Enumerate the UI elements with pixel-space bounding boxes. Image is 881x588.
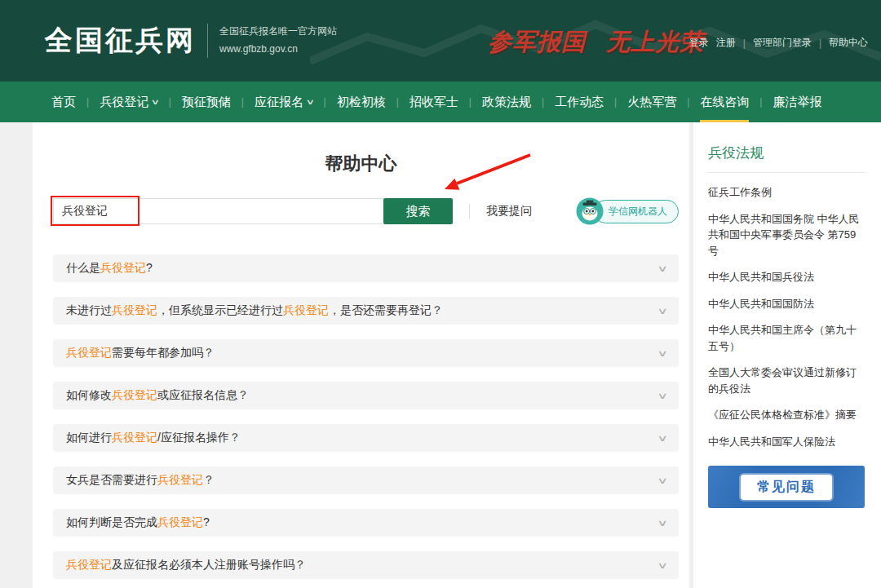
admin-login-link[interactable]: 管理部门登录 (753, 36, 812, 50)
header-divider (207, 24, 208, 58)
law-link[interactable]: 中华人民共和国国防法 (708, 296, 865, 312)
chevron-down-icon: ∨ (151, 98, 160, 106)
chevron-down-icon: ∨ (657, 306, 668, 316)
nav-item[interactable]: 在线咨询 (689, 82, 759, 122)
nav-item[interactable]: 工作动态 (544, 82, 614, 122)
faq-item[interactable]: 如何修改兵役登记或应征报名信息？∨ (53, 382, 679, 409)
nav-item-label: 政策法规 (482, 95, 531, 110)
ask-question-link[interactable]: 我要提问 (486, 204, 532, 219)
faq-question: 女兵是否需要进行兵役登记？ (66, 473, 215, 488)
header-links: 登录 注册 | 管理部门登录 | 帮助中心 (689, 36, 868, 50)
faq-item[interactable]: 如何进行兵役登记/应征报名操作？∨ (53, 424, 679, 452)
law-link[interactable]: 《应征公民体格检查标准》摘要 (708, 407, 865, 423)
law-link[interactable]: 征兵工作条例 (708, 184, 865, 201)
help-search-bar: 搜索 我要提问 学信网机器人 (53, 197, 679, 225)
chevron-down-icon: ∨ (657, 433, 668, 444)
faq-item[interactable]: 如何判断是否完成兵役登记?∨ (53, 509, 679, 537)
search-divider (469, 204, 470, 219)
link-divider: | (743, 38, 746, 49)
help-search-input[interactable] (53, 198, 383, 224)
nav-item-label: 在线咨询 (700, 95, 749, 110)
nav-item[interactable]: 预征预储 (171, 82, 241, 122)
law-link[interactable]: 中华人民共和国主席令（第九十五号） (708, 322, 865, 354)
site-logo[interactable]: 全国征兵网 (45, 22, 196, 60)
faq-item[interactable]: 兵役登记需要每年都参加吗？∨ (53, 339, 679, 367)
law-link[interactable]: 全国人大常委会审议通过新修订的兵役法 (708, 365, 865, 396)
faq-banner-label: 常见问题 (741, 475, 832, 500)
faq-question: 兵役登记及应征报名必须本人注册账号操作吗？ (66, 558, 306, 573)
nav-item-label: 火热军营 (627, 95, 676, 110)
nav-item[interactable]: 应征报名∨ (244, 82, 324, 122)
nav-item-label: 兵役登记 (100, 95, 148, 110)
content-area: 帮助中心 搜索 我要提问 (0, 122, 881, 588)
chevron-down-icon: ∨ (657, 518, 668, 528)
help-center-link[interactable]: 帮助中心 (829, 36, 868, 50)
faq-item[interactable]: 女兵是否需要进行兵役登记？∨ (53, 466, 679, 494)
faq-list: 什么是兵役登记?∨未进行过兵役登记，但系统显示已经进行过兵役登记，是否还需要再登… (53, 254, 679, 579)
faq-question: 如何进行兵役登记/应征报名操作？ (66, 431, 241, 445)
login-link[interactable]: 登录 (689, 36, 709, 50)
help-center-panel: 帮助中心 搜索 我要提问 (33, 122, 689, 588)
search-input-wrap (53, 198, 383, 224)
nav-item-label: 初检初核 (337, 95, 386, 110)
faq-item[interactable]: 未进行过兵役登记，但系统显示已经进行过兵役登记，是否还需要再登记？∨ (53, 297, 679, 325)
sidebar: 兵役法规 征兵工作条例中华人民共和国国务院 中华人民共和国中央军事委员会令 第7… (693, 122, 881, 588)
link-divider: | (819, 38, 821, 49)
faq-item[interactable]: 兵役登记及应征报名必须本人注册账号操作吗？∨ (53, 551, 679, 579)
site-url: www.gfbzb.gov.cn (219, 41, 337, 59)
faq-question: 如何修改兵役登记或应征报名信息？ (66, 388, 249, 403)
register-link[interactable]: 注册 (716, 36, 736, 50)
site-tagline: 全国征兵报名唯一官方网站 www.gfbzb.gov.cn (219, 23, 337, 58)
chevron-down-icon: ∨ (657, 348, 668, 359)
nav-item-label: 招收军士 (410, 95, 458, 110)
search-button[interactable]: 搜索 (383, 198, 453, 224)
chat-robot-launcher[interactable]: 学信网机器人 (576, 197, 679, 225)
nav-item[interactable]: 招收军士 (399, 82, 469, 122)
slogan-banner: 参军报国 无上光荣 (488, 26, 704, 59)
nav-item[interactable]: 火热军营 (617, 82, 687, 122)
owl-robot-icon (576, 197, 604, 225)
nav-item[interactable]: 首页 (41, 82, 86, 122)
tagline-text: 全国征兵报名唯一官方网站 (219, 23, 337, 41)
faq-question: 未进行过兵役登记，但系统显示已经进行过兵役登记，是否还需要再登记？ (66, 303, 443, 318)
main-nav: 首页|兵役登记∨|预征预储|应征报名∨|初检初核|招收军士|政策法规|工作动态|… (0, 82, 881, 122)
faq-question: 什么是兵役登记? (66, 261, 153, 276)
faq-question: 兵役登记需要每年都参加吗？ (66, 346, 215, 360)
law-list: 征兵工作条例中华人民共和国国务院 中华人民共和国中央军事委员会令 第759号中华… (708, 184, 865, 449)
nav-item-label: 首页 (51, 95, 76, 110)
nav-item-label: 工作动态 (555, 95, 604, 110)
sidebar-title: 兵役法规 (708, 144, 865, 173)
nav-item[interactable]: 政策法规 (471, 82, 542, 122)
page-title: 帮助中心 (33, 152, 689, 176)
nav-item[interactable]: 兵役登记∨ (89, 82, 169, 122)
robot-label: 学信网机器人 (594, 200, 679, 223)
nav-item[interactable]: 初检初核 (326, 82, 396, 122)
nav-item[interactable]: 廉洁举报 (762, 82, 832, 122)
chevron-down-icon: ∨ (657, 560, 668, 571)
main-nav-bar: 首页|兵役登记∨|预征预储|应征报名∨|初检初核|招收军士|政策法规|工作动态|… (0, 82, 881, 122)
chevron-down-icon: ∨ (657, 263, 668, 274)
chevron-down-icon: ∨ (657, 475, 668, 486)
law-link[interactable]: 中华人民共和国兵役法 (708, 269, 865, 285)
faq-item[interactable]: 什么是兵役登记?∨ (53, 254, 679, 282)
chevron-down-icon: ∨ (657, 391, 668, 401)
law-link[interactable]: 中华人民共和国军人保险法 (708, 434, 865, 450)
nav-item-label: 预征预储 (182, 95, 231, 110)
nav-item-label: 廉洁举报 (773, 95, 821, 110)
law-link[interactable]: 中华人民共和国国务院 中华人民共和国中央军事委员会令 第759号 (708, 211, 865, 259)
nav-item-label: 应征报名 (255, 95, 303, 110)
chevron-down-icon: ∨ (306, 98, 315, 106)
site-header: 全国征兵网 全国征兵报名唯一官方网站 www.gfbzb.gov.cn 参军报国… (0, 0, 881, 82)
faq-question: 如何判断是否完成兵役登记? (66, 515, 210, 530)
faq-banner[interactable]: 常见问题 (708, 466, 865, 508)
